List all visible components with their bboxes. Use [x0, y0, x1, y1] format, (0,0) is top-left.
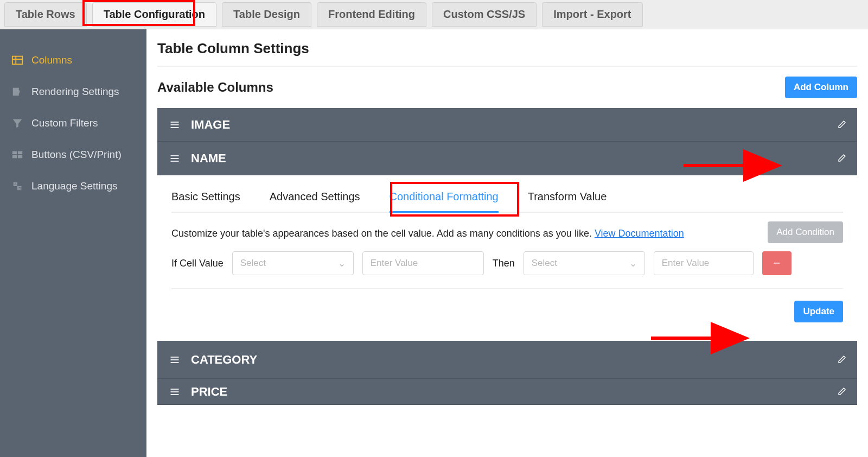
- render-icon: [11, 85, 24, 98]
- edit-icon[interactable]: [838, 353, 846, 367]
- column-bar-name[interactable]: NAME: [157, 142, 857, 175]
- svg-text:文: 文: [18, 186, 22, 190]
- condition-row: If Cell Value Select ⌄ Then Select ⌄ −: [171, 251, 843, 289]
- then-value-input[interactable]: [654, 251, 754, 275]
- sidebar-item-label: Language Settings: [31, 180, 117, 192]
- column-bar-image[interactable]: IMAGE: [157, 108, 857, 142]
- drag-handle-icon[interactable]: [169, 119, 180, 130]
- column-label: NAME: [191, 151, 226, 166]
- column-label: PRICE: [191, 385, 227, 399]
- update-button[interactable]: Update: [794, 301, 843, 322]
- top-tab-bar: Table Rows Table Configuration Table Des…: [0, 0, 868, 29]
- svg-text:A: A: [15, 182, 17, 186]
- tab-table-rows[interactable]: Table Rows: [4, 2, 87, 27]
- tab-custom-css-js[interactable]: Custom CSS/JS: [432, 2, 537, 27]
- column-label: CATEGORY: [191, 353, 257, 367]
- sidebar-item-label: Rendering Settings: [31, 86, 119, 98]
- page-title: Table Column Settings: [157, 40, 857, 57]
- sub-tab-conditional-formatting[interactable]: Conditional Formatting: [390, 191, 499, 212]
- drag-handle-icon[interactable]: [169, 354, 180, 365]
- svg-rect-6: [18, 155, 22, 158]
- if-value-input[interactable]: [362, 251, 484, 275]
- remove-condition-button[interactable]: −: [762, 251, 792, 275]
- drag-handle-icon[interactable]: [169, 153, 180, 164]
- sidebar-item-label: Custom Filters: [31, 117, 98, 129]
- language-icon: A文: [11, 180, 24, 193]
- sidebar-item-rendering-settings[interactable]: Rendering Settings: [0, 76, 146, 107]
- sidebar-item-columns[interactable]: Columns: [0, 45, 146, 76]
- add-condition-button[interactable]: Add Condition: [768, 221, 843, 243]
- sub-tab-bar: Basic Settings Advanced Settings Conditi…: [171, 191, 843, 213]
- sub-tab-basic-settings[interactable]: Basic Settings: [171, 191, 240, 212]
- then-label: Then: [493, 258, 515, 269]
- available-columns-heading: Available Columns: [157, 80, 273, 95]
- conditional-description: Customize your table's appearances based…: [171, 228, 684, 239]
- svg-rect-3: [12, 151, 17, 155]
- sidebar-item-custom-filters[interactable]: Custom Filters: [0, 107, 146, 139]
- view-documentation-link[interactable]: View Documentation: [595, 228, 684, 239]
- tab-table-configuration[interactable]: Table Configuration: [92, 2, 216, 27]
- svg-rect-5: [12, 155, 17, 158]
- chevron-down-icon: ⌄: [338, 258, 346, 269]
- sidebar-item-label: Columns: [31, 54, 72, 66]
- then-action-select[interactable]: Select ⌄: [524, 251, 645, 275]
- sub-tab-advanced-settings[interactable]: Advanced Settings: [270, 191, 360, 212]
- sidebar: Columns Rendering Settings Custom Filter…: [0, 29, 146, 457]
- tab-import-export[interactable]: Import - Export: [542, 2, 642, 27]
- add-column-button[interactable]: Add Column: [785, 77, 857, 98]
- columns-icon: [11, 54, 24, 67]
- tab-table-design[interactable]: Table Design: [222, 2, 311, 27]
- if-operator-select[interactable]: Select ⌄: [232, 251, 354, 275]
- if-cell-value-label: If Cell Value: [171, 258, 224, 269]
- column-panel-name: Basic Settings Advanced Settings Conditi…: [157, 175, 857, 333]
- sub-tab-transform-value[interactable]: Transform Value: [528, 191, 607, 212]
- column-bar-category[interactable]: CATEGORY: [157, 341, 857, 379]
- edit-icon[interactable]: [838, 385, 846, 399]
- buttons-icon: [11, 148, 24, 161]
- content-area: Table Column Settings Available Columns …: [146, 29, 868, 457]
- chevron-down-icon: ⌄: [629, 258, 637, 269]
- sidebar-item-label: Buttons (CSV/Print): [31, 149, 122, 161]
- drag-handle-icon[interactable]: [169, 386, 180, 397]
- sidebar-item-language-settings[interactable]: A文 Language Settings: [0, 170, 146, 202]
- column-bar-price[interactable]: PRICE: [157, 379, 857, 405]
- svg-rect-4: [18, 151, 22, 155]
- funnel-icon: [11, 117, 24, 130]
- divider: [157, 66, 857, 67]
- edit-icon[interactable]: [838, 151, 846, 166]
- edit-icon[interactable]: [838, 118, 846, 132]
- tab-frontend-editing[interactable]: Frontend Editing: [317, 2, 426, 27]
- column-label: IMAGE: [191, 118, 230, 132]
- sidebar-item-buttons-csv-print[interactable]: Buttons (CSV/Print): [0, 139, 146, 170]
- svg-rect-0: [12, 56, 22, 65]
